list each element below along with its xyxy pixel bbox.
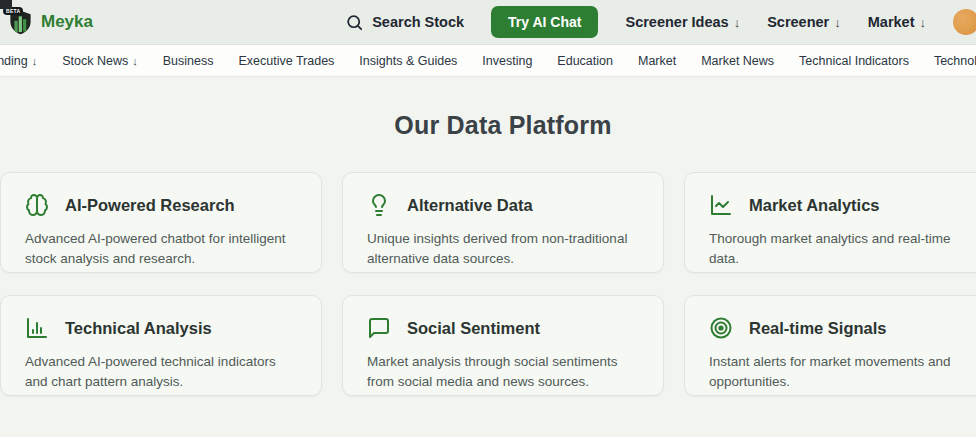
subnav-item-label: Executive Trades	[238, 54, 334, 68]
subnav-item[interactable]: Technology	[934, 54, 976, 68]
card-description: Unique insights derived from non-traditi…	[367, 229, 639, 268]
top-nav-item[interactable]: Screener Ideas ↓	[625, 14, 740, 30]
subnav-item[interactable]: Investing	[482, 54, 532, 68]
subnav-item-label: Technical Indicators	[799, 54, 909, 68]
subnav-item-label: Stock News	[62, 54, 128, 68]
subnav-item-label: Investing	[482, 54, 532, 68]
top-nav-item-label: Market	[868, 14, 915, 30]
card-description: Advanced AI-powered chatbot for intellig…	[25, 229, 297, 268]
dropdown-arrow-icon: ↓	[32, 55, 38, 67]
card-title: Alternative Data	[407, 196, 533, 215]
speech-bubble-icon	[367, 316, 391, 340]
card-title: AI-Powered Research	[65, 196, 235, 215]
card-description: Thorough market analytics and real-time …	[709, 229, 976, 268]
subnav-item[interactable]: Stock News ↓	[62, 54, 138, 68]
subnav-item-label: Education	[557, 54, 613, 68]
dropdown-arrow-icon: ↓	[132, 55, 138, 67]
bar-chart-icon	[25, 316, 49, 340]
top-navigation-bar: BETA Meyka Search Stock Try AI Chat Scre…	[0, 0, 976, 45]
brand-name: Meyka	[41, 12, 93, 32]
top-nav-item[interactable]: Market ↓	[868, 14, 926, 30]
feature-card: Real-time Signals Instant alerts for mar…	[684, 295, 976, 396]
dropdown-arrow-icon: ↓	[920, 15, 927, 30]
window-corner-artifact	[0, 0, 12, 9]
subnav-item-label: Technology	[934, 54, 976, 68]
subnav-item[interactable]: Executive Trades	[238, 54, 334, 68]
top-nav: Screener Ideas ↓ Screener ↓ Market ↓	[625, 14, 926, 30]
cards-grid: AI-Powered Research Advanced AI-powered …	[0, 172, 976, 396]
card-title: Social Sentiment	[407, 319, 540, 338]
card-title: Technical Analysis	[65, 319, 212, 338]
card-title: Real-time Signals	[749, 319, 887, 338]
subnav-item-label: Business	[163, 54, 214, 68]
card-description: Market analysis through social sentiment…	[367, 352, 639, 391]
feature-card: Alternative Data Unique insights derived…	[342, 172, 664, 273]
top-nav-item-label: Screener Ideas	[625, 14, 728, 30]
subnav-item[interactable]: Business	[163, 54, 214, 68]
try-ai-chat-button[interactable]: Try AI Chat	[491, 6, 598, 38]
card-title: Market Analytics	[749, 196, 880, 215]
top-nav-item-label: Screener	[767, 14, 829, 30]
search-icon	[345, 13, 364, 32]
feature-card: AI-Powered Research Advanced AI-powered …	[0, 172, 322, 273]
meyka-logo-icon: BETA	[7, 9, 34, 36]
subnav-item-label: Insights & Guides	[359, 54, 457, 68]
subnav-item[interactable]: Trending ↓	[0, 54, 37, 68]
subnav-item[interactable]: Market	[638, 54, 676, 68]
lightbulb-icon	[367, 193, 391, 217]
secondary-navigation: Trending ↓ Stock News ↓ Business Executi…	[0, 45, 976, 77]
main-content: Our Data Platform AI-Powered Research Ad…	[0, 111, 976, 396]
card-description: Instant alerts for market movements and …	[709, 352, 976, 391]
subnav-item-label: Market News	[701, 54, 774, 68]
dropdown-arrow-icon: ↓	[834, 15, 841, 30]
top-nav-item[interactable]: Screener ↓	[767, 14, 841, 30]
brain-icon	[25, 193, 49, 217]
subnav-item[interactable]: Insights & Guides	[359, 54, 457, 68]
card-description: Advanced AI-powered technical indicators…	[25, 352, 297, 391]
user-avatar[interactable]	[953, 9, 976, 35]
target-icon	[709, 316, 733, 340]
line-chart-icon	[709, 193, 733, 217]
feature-card: Market Analytics Thorough market analyti…	[684, 172, 976, 273]
subnav-item-label: Market	[638, 54, 676, 68]
feature-card: Technical Analysis Advanced AI-powered t…	[0, 295, 322, 396]
search-stock-label: Search Stock	[372, 14, 464, 30]
subnav-item[interactable]: Technical Indicators	[799, 54, 909, 68]
subnav-item[interactable]: Education	[557, 54, 613, 68]
brand-logo[interactable]: BETA Meyka	[7, 9, 93, 36]
feature-card: Social Sentiment Market analysis through…	[342, 295, 664, 396]
subnav-item[interactable]: Market News	[701, 54, 774, 68]
page-title: Our Data Platform	[0, 111, 976, 140]
subnav-item-label: Trending	[0, 54, 28, 68]
dropdown-arrow-icon: ↓	[734, 15, 741, 30]
search-stock-button[interactable]: Search Stock	[345, 13, 464, 32]
